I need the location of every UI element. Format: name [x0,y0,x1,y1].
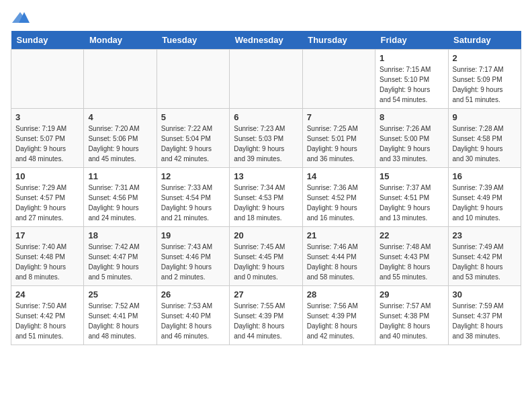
calendar-cell: 26Sunrise: 7:53 AM Sunset: 4:40 PM Dayli… [157,286,229,345]
col-header-friday: Friday [375,31,448,50]
calendar-cell: 5Sunrise: 7:22 AM Sunset: 5:04 PM Daylig… [157,109,229,168]
day-info: Sunrise: 7:22 AM Sunset: 5:04 PM Dayligh… [161,124,225,164]
day-info: Sunrise: 7:19 AM Sunset: 5:07 PM Dayligh… [15,124,79,164]
day-number: 21 [307,230,371,240]
day-number: 11 [88,171,152,181]
week-row-2: 3Sunrise: 7:19 AM Sunset: 5:07 PM Daylig… [11,109,521,168]
day-number: 15 [380,171,443,181]
calendar-cell: 14Sunrise: 7:36 AM Sunset: 4:52 PM Dayli… [302,168,375,227]
calendar-cell: 6Sunrise: 7:23 AM Sunset: 5:03 PM Daylig… [230,109,302,168]
day-number: 5 [161,112,225,122]
day-number: 27 [234,289,298,300]
logo-icon [11,11,30,24]
day-number: 28 [307,289,371,300]
day-info: Sunrise: 7:59 AM Sunset: 4:37 PM Dayligh… [453,301,517,341]
day-number: 6 [234,112,298,122]
day-number: 13 [234,171,298,181]
day-info: Sunrise: 7:50 AM Sunset: 4:42 PM Dayligh… [15,301,79,341]
calendar-cell: 23Sunrise: 7:49 AM Sunset: 4:42 PM Dayli… [448,227,521,286]
day-number: 14 [307,171,371,181]
day-info: Sunrise: 7:45 AM Sunset: 4:45 PM Dayligh… [234,242,298,282]
day-info: Sunrise: 7:23 AM Sunset: 5:03 PM Dayligh… [234,124,298,164]
calendar-cell: 15Sunrise: 7:37 AM Sunset: 4:51 PM Dayli… [375,168,448,227]
col-header-wednesday: Wednesday [230,31,302,50]
calendar-cell: 1Sunrise: 7:15 AM Sunset: 5:10 PM Daylig… [375,50,448,109]
calendar-cell: 3Sunrise: 7:19 AM Sunset: 5:07 PM Daylig… [11,109,84,168]
day-number: 12 [161,171,225,181]
calendar-cell [302,50,375,109]
week-row-1: 1Sunrise: 7:15 AM Sunset: 5:10 PM Daylig… [11,50,521,109]
col-header-sunday: Sunday [11,31,84,50]
calendar-cell: 8Sunrise: 7:26 AM Sunset: 5:00 PM Daylig… [375,109,448,168]
calendar-cell: 17Sunrise: 7:40 AM Sunset: 4:48 PM Dayli… [11,227,84,286]
day-info: Sunrise: 7:31 AM Sunset: 4:56 PM Dayligh… [88,183,152,223]
day-number: 22 [380,230,443,240]
calendar-cell: 2Sunrise: 7:17 AM Sunset: 5:09 PM Daylig… [448,50,521,109]
day-info: Sunrise: 7:37 AM Sunset: 4:51 PM Dayligh… [380,183,443,223]
week-row-3: 10Sunrise: 7:29 AM Sunset: 4:57 PM Dayli… [11,168,521,227]
day-number: 18 [88,230,152,240]
day-number: 7 [307,112,371,122]
calendar-cell: 22Sunrise: 7:48 AM Sunset: 4:43 PM Dayli… [375,227,448,286]
day-info: Sunrise: 7:17 AM Sunset: 5:09 PM Dayligh… [453,64,517,105]
day-number: 9 [453,112,517,122]
day-info: Sunrise: 7:34 AM Sunset: 4:53 PM Dayligh… [234,183,298,223]
day-number: 24 [15,289,79,300]
calendar-cell: 24Sunrise: 7:50 AM Sunset: 4:42 PM Dayli… [11,286,84,345]
day-info: Sunrise: 7:15 AM Sunset: 5:10 PM Dayligh… [380,64,443,105]
day-info: Sunrise: 7:39 AM Sunset: 4:49 PM Dayligh… [453,183,517,223]
calendar-cell: 4Sunrise: 7:20 AM Sunset: 5:06 PM Daylig… [84,109,157,168]
day-number: 16 [453,171,517,181]
day-number: 2 [453,53,517,63]
calendar-cell: 25Sunrise: 7:52 AM Sunset: 4:41 PM Dayli… [84,286,157,345]
calendar-cell: 13Sunrise: 7:34 AM Sunset: 4:53 PM Dayli… [230,168,302,227]
calendar-cell: 20Sunrise: 7:45 AM Sunset: 4:45 PM Dayli… [230,227,302,286]
day-info: Sunrise: 7:48 AM Sunset: 4:43 PM Dayligh… [380,242,443,282]
day-number: 3 [15,112,79,122]
calendar-cell: 21Sunrise: 7:46 AM Sunset: 4:44 PM Dayli… [302,227,375,286]
calendar-cell: 16Sunrise: 7:39 AM Sunset: 4:49 PM Dayli… [448,168,521,227]
day-info: Sunrise: 7:56 AM Sunset: 4:39 PM Dayligh… [307,301,371,341]
day-info: Sunrise: 7:25 AM Sunset: 5:01 PM Dayligh… [307,124,371,164]
calendar-cell: 7Sunrise: 7:25 AM Sunset: 5:01 PM Daylig… [302,109,375,168]
calendar-cell: 29Sunrise: 7:57 AM Sunset: 4:38 PM Dayli… [375,286,448,345]
calendar-cell: 9Sunrise: 7:28 AM Sunset: 4:58 PM Daylig… [448,109,521,168]
calendar-cell [11,50,84,109]
logo [11,11,32,24]
day-number: 23 [453,230,517,240]
day-info: Sunrise: 7:26 AM Sunset: 5:00 PM Dayligh… [380,124,443,164]
day-info: Sunrise: 7:53 AM Sunset: 4:40 PM Dayligh… [161,301,225,341]
calendar-cell [84,50,157,109]
day-number: 30 [453,289,517,300]
day-number: 8 [380,112,443,122]
header-row: SundayMondayTuesdayWednesdayThursdayFrid… [11,31,521,50]
day-info: Sunrise: 7:40 AM Sunset: 4:48 PM Dayligh… [15,242,79,282]
day-number: 25 [88,289,152,300]
day-number: 10 [15,171,79,181]
day-number: 29 [380,289,443,300]
day-info: Sunrise: 7:46 AM Sunset: 4:44 PM Dayligh… [307,242,371,282]
day-info: Sunrise: 7:49 AM Sunset: 4:42 PM Dayligh… [453,242,517,282]
calendar-table: SundayMondayTuesdayWednesdayThursdayFrid… [11,31,521,345]
calendar-cell: 27Sunrise: 7:55 AM Sunset: 4:39 PM Dayli… [230,286,302,345]
week-row-4: 17Sunrise: 7:40 AM Sunset: 4:48 PM Dayli… [11,227,521,286]
col-header-thursday: Thursday [302,31,375,50]
day-info: Sunrise: 7:57 AM Sunset: 4:38 PM Dayligh… [380,301,443,341]
week-row-5: 24Sunrise: 7:50 AM Sunset: 4:42 PM Dayli… [11,286,521,345]
calendar-cell: 11Sunrise: 7:31 AM Sunset: 4:56 PM Dayli… [84,168,157,227]
day-number: 1 [380,53,443,63]
day-number: 4 [88,112,152,122]
day-info: Sunrise: 7:52 AM Sunset: 4:41 PM Dayligh… [88,301,152,341]
calendar-cell: 12Sunrise: 7:33 AM Sunset: 4:54 PM Dayli… [157,168,229,227]
day-info: Sunrise: 7:55 AM Sunset: 4:39 PM Dayligh… [234,301,298,341]
day-number: 26 [161,289,225,300]
day-info: Sunrise: 7:43 AM Sunset: 4:46 PM Dayligh… [161,242,225,282]
day-info: Sunrise: 7:28 AM Sunset: 4:58 PM Dayligh… [453,124,517,164]
day-number: 17 [15,230,79,240]
col-header-saturday: Saturday [448,31,521,50]
day-number: 19 [161,230,225,240]
calendar-cell: 18Sunrise: 7:42 AM Sunset: 4:47 PM Dayli… [84,227,157,286]
day-info: Sunrise: 7:42 AM Sunset: 4:47 PM Dayligh… [88,242,152,282]
day-info: Sunrise: 7:29 AM Sunset: 4:57 PM Dayligh… [15,183,79,223]
col-header-monday: Monday [84,31,157,50]
